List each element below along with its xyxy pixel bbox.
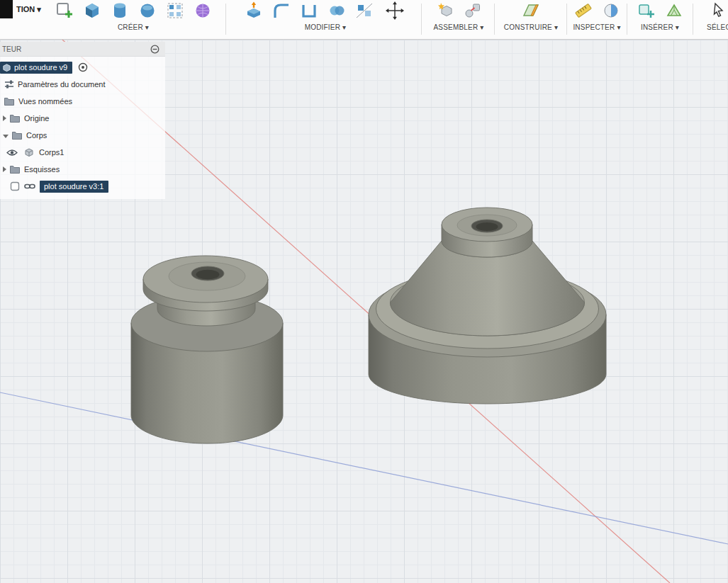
toolbar-separator: [225, 4, 226, 35]
construct-menu-label[interactable]: CONSTRUIRE ▾: [504, 23, 558, 31]
align-icon: [355, 1, 374, 20]
tree-item-root-component[interactable]: plot soudure v9: [0, 59, 165, 76]
tree-item-document-settings[interactable]: Paramètres du document: [0, 76, 165, 93]
construction-plane-icon: [522, 1, 540, 20]
toolbar-separator: [566, 4, 567, 35]
inspect-menu-label[interactable]: INSPECTER ▾: [573, 23, 620, 31]
toolbar-separator: [627, 4, 627, 35]
toolbar: TION ▾: [0, 0, 728, 40]
create-sketch-button[interactable]: [55, 1, 74, 20]
align-button[interactable]: [355, 1, 374, 20]
create-cylinder-button[interactable]: [111, 1, 129, 20]
toolbar-group-insert: INSÉRER ▾: [629, 0, 690, 31]
assemble-menu-label[interactable]: ASSEMBLER ▾: [433, 23, 483, 31]
browser-panel: TEUR plot soudure v9: [0, 42, 165, 199]
tree-item-label: plot soudure v9: [14, 63, 67, 72]
document-settings-icon: [4, 79, 14, 89]
insert-mesh-icon: [665, 1, 683, 20]
create-box-icon: [83, 1, 101, 20]
tree-item-label: Paramètres du document: [18, 80, 106, 89]
tree-item-label: plot soudure v3:1: [44, 182, 103, 191]
section-analysis-button[interactable]: [602, 1, 620, 20]
model-part-large-cylinder[interactable]: [369, 208, 606, 404]
joint-button[interactable]: [464, 1, 482, 20]
toolbar-group-construct: CONSTRUIRE ▾: [498, 0, 564, 31]
insert-menu-label[interactable]: INSÉRER ▾: [641, 23, 679, 31]
folder-icon: [10, 165, 20, 174]
insert-derive-button[interactable]: [637, 1, 656, 20]
modify-menu-label[interactable]: MODIFIER ▾: [305, 23, 347, 31]
tree-item-bodies-folder[interactable]: Corps: [0, 127, 165, 144]
root-component-selection: plot soudure v9: [0, 62, 72, 74]
fillet-icon: [272, 1, 291, 20]
new-component-button[interactable]: [436, 1, 454, 20]
tree-item-label: Vues nommées: [18, 97, 72, 106]
joint-icon: [464, 1, 482, 20]
folder-icon: [12, 131, 22, 140]
browser-header: TEUR: [0, 42, 165, 57]
workspace-selector[interactable]: TION ▾: [16, 5, 41, 14]
create-pattern-button[interactable]: [166, 1, 184, 20]
app-corner-block: [0, 0, 13, 18]
toolbar-separator: [421, 4, 422, 35]
new-component-icon: [436, 1, 454, 20]
tree-item-linked-component[interactable]: plot soudure v3:1: [0, 178, 165, 195]
toolbar-group-modify: MODIFIER ▾: [234, 0, 417, 31]
toolbar-separator: [494, 4, 495, 35]
combine-button[interactable]: [327, 1, 346, 20]
expand-caret-icon[interactable]: [3, 166, 6, 172]
combine-icon: [327, 1, 346, 20]
tree-item-label: Corps1: [39, 148, 64, 157]
create-form-icon: [194, 1, 212, 20]
tree-item-body1[interactable]: Corps1: [0, 144, 165, 161]
press-pull-button[interactable]: [245, 1, 263, 20]
toolbar-separator: [693, 4, 693, 35]
link-icon: [24, 183, 35, 190]
shell-icon: [300, 1, 318, 20]
select-cursor-button[interactable]: [710, 1, 728, 20]
viewport-3d-canvas[interactable]: TEUR plot soudure v9: [0, 40, 728, 583]
create-sphere-icon: [138, 1, 157, 20]
browser-tree: plot soudure v9 Paramètres du document: [0, 57, 165, 199]
tree-item-label: Esquisses: [24, 165, 60, 174]
tree-item-label: Corps: [26, 131, 47, 140]
y-axis-line: [0, 392, 728, 544]
linked-component-selection: plot soudure v3:1: [40, 181, 108, 193]
visibility-eye-icon[interactable]: [6, 149, 18, 157]
move-icon: [383, 1, 407, 20]
create-menu-label[interactable]: CRÉER ▾: [118, 23, 149, 31]
tree-item-sketches-folder[interactable]: Esquisses: [0, 161, 165, 178]
create-sketch-icon: [55, 1, 74, 20]
create-sphere-button[interactable]: [138, 1, 157, 20]
expand-caret-icon[interactable]: [3, 115, 6, 121]
select-menu-label[interactable]: SÉLEC: [707, 23, 728, 31]
construction-plane-button[interactable]: [522, 1, 540, 20]
create-form-button[interactable]: [194, 1, 212, 20]
folder-icon: [4, 97, 14, 106]
press-pull-icon: [245, 1, 263, 20]
shell-button[interactable]: [300, 1, 318, 20]
activate-component-radio[interactable]: [78, 62, 88, 72]
measure-icon: [574, 1, 593, 20]
browser-header-title: TEUR: [2, 45, 150, 53]
folder-icon: [10, 114, 20, 123]
collapse-browser-button[interactable]: [150, 45, 159, 54]
move-button[interactable]: [383, 1, 407, 20]
collapse-caret-icon[interactable]: [3, 135, 9, 138]
measure-button[interactable]: [574, 1, 593, 20]
tree-item-named-views[interactable]: Vues nommées: [0, 93, 165, 110]
component-icon: [2, 63, 11, 72]
toolbar-group-create: CRÉER ▾: [44, 0, 223, 31]
section-analysis-icon: [602, 1, 620, 20]
select-cursor-icon: [710, 1, 728, 20]
tree-item-origin[interactable]: Origine: [0, 110, 165, 127]
sketch-document-icon: [10, 181, 20, 191]
create-pattern-icon: [166, 1, 184, 20]
insert-mesh-button[interactable]: [665, 1, 683, 20]
toolbar-group-inspect: INSPECTER ▾: [569, 0, 625, 31]
body-icon: [24, 147, 34, 157]
create-cylinder-icon: [111, 1, 129, 20]
model-part-small-cylinder[interactable]: [131, 256, 283, 443]
fillet-button[interactable]: [272, 1, 291, 20]
create-box-button[interactable]: [83, 1, 101, 20]
